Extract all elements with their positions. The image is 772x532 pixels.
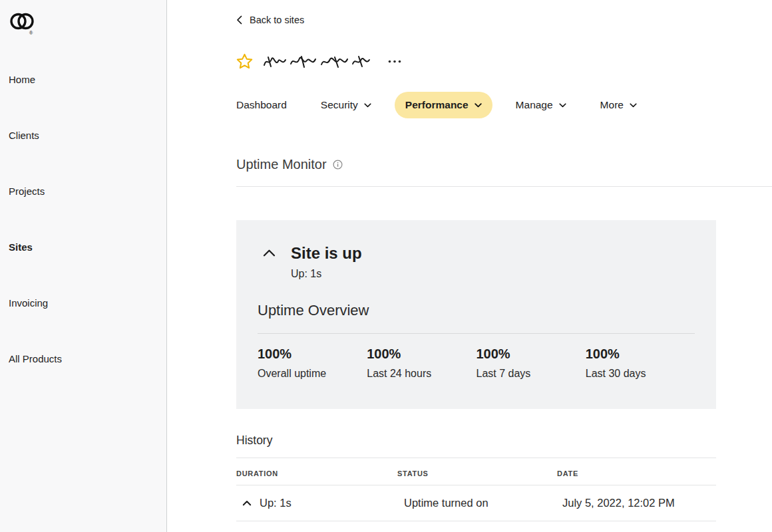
stat-label: Last 24 hours bbox=[367, 368, 476, 380]
chevron-up-icon bbox=[263, 249, 276, 257]
tab-performance-label: Performance bbox=[405, 99, 469, 111]
uptime-monitor-header: Uptime Monitor bbox=[236, 157, 772, 187]
site-tabs: Dashboard Security Performance Manage Mo… bbox=[226, 92, 772, 118]
tab-dashboard-label: Dashboard bbox=[236, 99, 287, 111]
history-table: Duration Status Date Up: 1s Uptime turne… bbox=[236, 458, 716, 521]
row-duration-label: Up: 1s bbox=[260, 497, 291, 509]
stat-overall-uptime: 100% Overall uptime bbox=[258, 346, 367, 380]
stat-value: 100% bbox=[258, 346, 367, 362]
sidebar-item-sites[interactable]: Sites bbox=[9, 241, 166, 254]
site-title-row bbox=[236, 52, 772, 70]
collapse-status-button[interactable] bbox=[263, 244, 276, 257]
chevron-down-icon bbox=[559, 103, 566, 108]
stat-label: Last 30 days bbox=[586, 368, 695, 380]
sidebar-item-clients[interactable]: Clients bbox=[9, 129, 166, 142]
cell-status: Uptime turned on bbox=[397, 485, 557, 521]
stat-last-7-days: 100% Last 7 days bbox=[477, 346, 586, 380]
back-to-sites-button[interactable]: Back to sites bbox=[236, 15, 304, 25]
table-header-row: Duration Status Date bbox=[236, 458, 716, 485]
stat-value: 100% bbox=[586, 346, 695, 362]
stat-last-24-hours: 100% Last 24 hours bbox=[367, 346, 476, 380]
sidebar-nav: Home Clients Projects Sites Invoicing Al… bbox=[9, 73, 166, 366]
tab-manage-label: Manage bbox=[516, 99, 553, 111]
cell-duration: Up: 1s bbox=[236, 485, 397, 521]
overview-divider bbox=[258, 333, 695, 334]
status-head: Site is up Up: 1s bbox=[258, 244, 695, 280]
table-row: Up: 1s Uptime turned on July 5, 2022, 12… bbox=[236, 485, 716, 521]
stat-label: Overall uptime bbox=[258, 368, 367, 380]
column-header-date: Date bbox=[557, 458, 716, 485]
tab-security[interactable]: Security bbox=[310, 92, 382, 118]
chevron-left-icon bbox=[236, 15, 242, 25]
sidebar-item-all-products[interactable]: All Products bbox=[9, 352, 166, 366]
cell-date: July 5, 2022, 12:02 PM bbox=[557, 485, 716, 521]
status-duration: Up: 1s bbox=[291, 268, 362, 280]
main-content: Back to sites bbox=[167, 0, 772, 532]
ellipsis-icon bbox=[388, 60, 401, 63]
stat-value: 100% bbox=[477, 346, 586, 362]
sidebar-item-home[interactable]: Home bbox=[9, 73, 166, 86]
favorite-star-button[interactable] bbox=[236, 53, 253, 69]
uptime-info-button[interactable] bbox=[333, 160, 343, 170]
stat-last-30-days: 100% Last 30 days bbox=[586, 346, 695, 380]
chevron-up-icon bbox=[242, 500, 252, 506]
godaddy-logo[interactable]: ® bbox=[9, 11, 166, 36]
uptime-status-card: Site is up Up: 1s Uptime Overview 100% O… bbox=[236, 220, 716, 409]
tab-more[interactable]: More bbox=[590, 92, 648, 118]
chevron-down-icon bbox=[475, 103, 482, 108]
uptime-stats: 100% Overall uptime 100% Last 24 hours 1… bbox=[258, 346, 695, 380]
status-title: Site is up bbox=[291, 244, 362, 263]
tab-more-label: More bbox=[600, 99, 624, 111]
tab-dashboard[interactable]: Dashboard bbox=[226, 92, 297, 118]
section-title: Uptime Monitor bbox=[236, 157, 327, 172]
column-header-duration: Duration bbox=[236, 458, 397, 485]
chevron-down-icon bbox=[364, 103, 371, 108]
star-icon bbox=[236, 53, 253, 69]
history-title: History bbox=[236, 434, 772, 448]
sidebar-item-invoicing[interactable]: Invoicing bbox=[9, 297, 166, 310]
site-name-scribble bbox=[262, 52, 375, 70]
tab-performance[interactable]: Performance bbox=[395, 92, 492, 118]
uptime-overview-title: Uptime Overview bbox=[258, 302, 695, 319]
column-header-status: Status bbox=[397, 458, 557, 485]
stat-label: Last 7 days bbox=[477, 368, 586, 380]
row-expand-button[interactable] bbox=[242, 500, 252, 506]
info-icon bbox=[333, 160, 343, 170]
sidebar-item-projects[interactable]: Projects bbox=[9, 185, 166, 198]
status-texts: Site is up Up: 1s bbox=[291, 244, 362, 280]
site-options-button[interactable] bbox=[385, 57, 404, 66]
sidebar: ® Home Clients Projects Sites Invoicing … bbox=[0, 0, 167, 532]
tab-security-label: Security bbox=[321, 99, 358, 111]
chevron-down-icon bbox=[630, 103, 637, 108]
stat-value: 100% bbox=[367, 346, 476, 362]
svg-text:®: ® bbox=[29, 31, 33, 35]
back-to-sites-label: Back to sites bbox=[250, 15, 304, 25]
tab-manage[interactable]: Manage bbox=[505, 92, 577, 118]
